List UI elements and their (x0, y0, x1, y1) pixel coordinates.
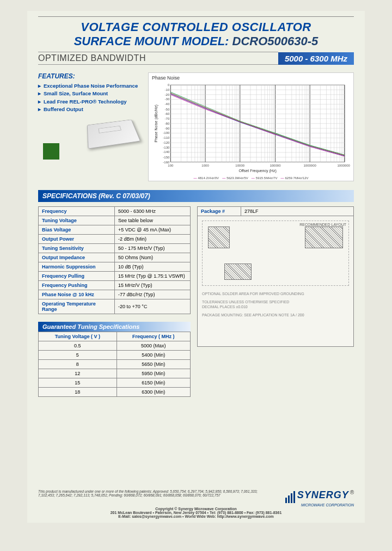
svg-text:10000: 10000 (235, 164, 244, 167)
tune-freq: 6300 (Min) (117, 387, 190, 396)
svg-text:-40: -40 (165, 102, 170, 106)
tune-row: 0.55000 (Max) (39, 341, 191, 350)
spec-row-item: Output Impedance50 Ohms (Nom) (39, 253, 191, 262)
logo-bars-icon (285, 491, 296, 503)
pkg-note-tol: TOLERANCES UNLESS OTHERWISE SPECIFIED (202, 299, 349, 304)
svg-text:100: 100 (168, 164, 174, 167)
spec-key: Bias Voltage (39, 225, 115, 234)
package-table: Package # 278LF (197, 206, 354, 216)
address-line: 201 McLean Boulevard • Paterson, New Jer… (38, 511, 354, 515)
svg-text:-120: -120 (163, 141, 170, 144)
package-label: Package # (198, 206, 241, 216)
spec-key: Phase Noise @ 10 kHz (39, 290, 115, 299)
spec-key: Tuning Voltage (39, 216, 115, 225)
tune-col-freq: Frequency ( MHz ) (117, 332, 190, 341)
spec-row-item: Frequency Pulling15 MHz (Typ @ 1.75:1 VS… (39, 271, 191, 280)
svg-text:-20: -20 (165, 93, 170, 96)
phase-noise-chart: Phase Noise (148, 72, 354, 181)
spec-val: -2 dBm (Min) (115, 234, 191, 243)
tune-row: 125950 (Min) (39, 369, 191, 378)
spec-val: 10 dB (Typ) (115, 262, 191, 271)
title-block: VOLTAGE CONTROLLED OSCILLATOR SURFACE MO… (38, 16, 354, 48)
svg-text:-50: -50 (165, 108, 170, 111)
svg-text:-100: -100 (163, 131, 170, 134)
spec-row-item: Frequency5000 - 6300 MHz (39, 206, 191, 216)
legend-item: 6259.7MHz/12V (281, 176, 309, 180)
svg-text:1000000: 1000000 (303, 164, 316, 167)
tune-freq: 6150 (Min) (117, 378, 190, 387)
feature-item: Exceptional Phase Noise Performance (38, 82, 142, 90)
package-drawing: RECOMMENDED LAYOUT OPTIONAL SOLDER AREA … (197, 216, 354, 347)
feature-item: Small Size, Surface Mount (38, 90, 142, 97)
legend-item: 5915.5MHz/7V (252, 176, 278, 180)
spec-val: -20 to +70 °C (115, 299, 191, 314)
spec-val: 5000 - 6300 MHz (115, 206, 191, 216)
feature-item: Buffered Output (38, 106, 142, 113)
svg-text:-130: -130 (163, 146, 170, 149)
chart-xlabel: Offset Frequency (Hz) (238, 169, 276, 173)
logo-text: SYNERGY (297, 489, 349, 500)
patent-notice: This product is manufactured under one o… (38, 489, 267, 497)
svg-text:-10: -10 (165, 88, 170, 91)
model-number: DCRO500630-5 (232, 34, 318, 48)
tune-freq: 5950 (Min) (117, 369, 190, 378)
chart-svg: 0-10-20-30-40-50-60-70-80-90-100-110-120… (152, 82, 350, 175)
tune-voltage: 18 (39, 387, 117, 396)
svg-text:-30: -30 (165, 97, 170, 101)
package-value: 278LF (241, 206, 354, 216)
tune-voltage: 15 (39, 378, 117, 387)
svg-text:-110: -110 (163, 136, 170, 139)
specifications-header: SPECIFICATIONS (Rev. C 07/03/07) (38, 190, 354, 202)
tune-col-voltage: Tuning Voltage ( V ) (39, 332, 117, 341)
spec-row-item: Harmonic Suppression10 dB (Typ) (39, 262, 191, 271)
svg-text:-60: -60 (165, 112, 170, 115)
tuning-table: Tuning Voltage ( V ) Frequency ( MHz ) 0… (38, 332, 191, 397)
tune-row: 55400 (Min) (39, 350, 191, 359)
spec-row-item: Frequency Pushing15 MHz/V (Typ) (39, 280, 191, 290)
svg-text:0: 0 (168, 83, 170, 87)
rec-layout-label: RECOMMENDED LAYOUT (299, 222, 346, 227)
optimized-bandwidth-label: OPTIMIZED BANDWIDTH (38, 52, 278, 65)
spec-key: Operating Temperature Range (39, 299, 115, 314)
svg-text:10000000: 10000000 (337, 164, 350, 167)
spec-key: Output Impedance (39, 253, 115, 262)
chip-render (87, 119, 141, 149)
tune-voltage: 0.5 (39, 341, 117, 350)
tune-freq: 5400 (Min) (117, 350, 190, 359)
chart-ylabel: Phase Noise (dBc/Hz) (154, 105, 158, 142)
spec-key: Frequency Pushing (39, 280, 115, 290)
pkg-note-dec: DECIMAL PLACES ±0.010 (202, 304, 349, 309)
title-prefix: SURFACE MOUNT MODEL: (74, 34, 232, 48)
spec-key: Output Power (39, 234, 115, 243)
company-logo: SYNERGY ® MICROWAVE CORPORATION (272, 489, 354, 507)
tuning-header: Guaranteed Tuning Specifications (38, 322, 191, 332)
spec-row-item: Output Power-2 dBm (Min) (39, 234, 191, 243)
product-image (38, 118, 142, 149)
spec-val: 15 MHz/V (Typ) (115, 280, 191, 290)
spec-val: 50 - 175 MHz/V (Typ) (115, 243, 191, 253)
svg-text:-80: -80 (165, 122, 170, 125)
spec-row: Frequency5000 - 6300 MHzTuning VoltageSe… (38, 206, 354, 397)
spec-row-item: Tuning Sensitivity50 - 175 MHz/V (Typ) (39, 243, 191, 253)
spec-val: 15 MHz (Typ @ 1.75:1 VSWR) (115, 271, 191, 280)
features-chart-row: FEATURES: Exceptional Phase Noise Perfor… (38, 72, 354, 181)
datasheet-page: VOLTAGE CONTROLLED OSCILLATOR SURFACE MO… (27, 11, 365, 523)
rohs-badge (43, 143, 59, 160)
svg-text:-140: -140 (163, 150, 170, 154)
spec-row-item: Operating Temperature Range-20 to +70 °C (39, 299, 191, 314)
bandwidth-row: OPTIMIZED BANDWIDTH 5000 - 6300 MHz (38, 52, 354, 65)
features-heading: FEATURES: (38, 72, 142, 80)
svg-text:-150: -150 (163, 156, 170, 159)
frequency-band: 5000 - 6300 MHz (278, 52, 354, 65)
footer: SYNERGY ® MICROWAVE CORPORATION This pro… (38, 489, 354, 518)
tune-voltage: 12 (39, 369, 117, 378)
chart-title: Phase Noise (152, 75, 350, 81)
legend-item: 5623.3MHz/5V (222, 176, 248, 180)
spec-val: See table below (115, 216, 191, 225)
package-panel: Package # 278LF RECOMMENDED LAYOUT OPTIO… (197, 206, 354, 397)
spec-key: Harmonic Suppression (39, 262, 115, 271)
spec-val: 50 Ohms (Nom) (115, 253, 191, 262)
tune-voltage: 5 (39, 350, 117, 359)
spec-row-item: Tuning VoltageSee table below (39, 216, 191, 225)
spec-key: Frequency Pulling (39, 271, 115, 280)
